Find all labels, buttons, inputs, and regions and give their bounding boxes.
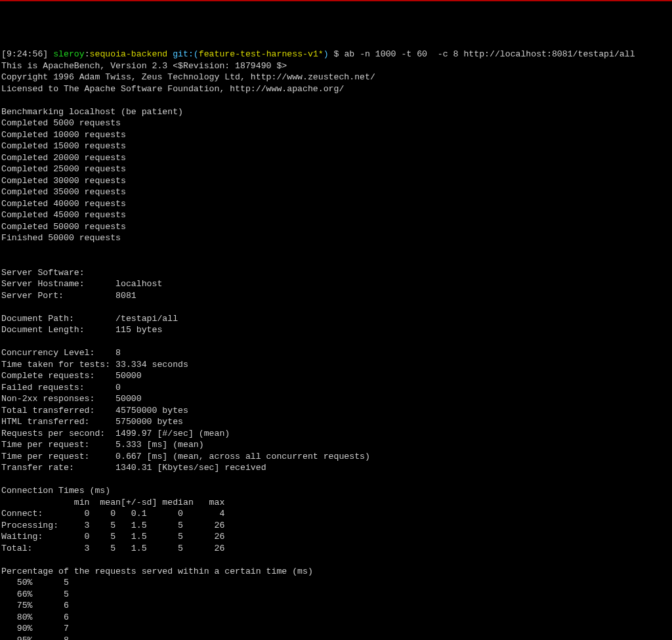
conn-rows: Connect: 0 0 0.1 0 4 Processing: 3 5 1.5… bbox=[1, 509, 224, 553]
pct-title: Percentage of the requests served within… bbox=[1, 566, 313, 576]
command-text: ab -n 1000 -t 60 -c 8 http://localhost:8… bbox=[344, 49, 635, 59]
git-branch: feature-test-harness-v1* bbox=[199, 49, 324, 59]
terminal-output[interactable]: [9:24:56] sleroy:sequoia-backend git:(fe… bbox=[0, 47, 672, 640]
intro-block: This is ApacheBench, Version 2.3 <$Revis… bbox=[1, 61, 375, 244]
conn-header: min mean[+/-sd] median max bbox=[1, 498, 224, 507]
prompt-user: sleroy bbox=[53, 49, 84, 59]
prompt-time: [9:24:56] bbox=[1, 49, 48, 59]
kv-block: Server Software: Server Hostname: localh… bbox=[1, 268, 370, 473]
prompt-host: sequoia-backend bbox=[90, 49, 168, 59]
pct-rows: 50% 5 66% 5 75% 6 80% 6 90% 7 95% 8 98% … bbox=[1, 578, 162, 640]
git-segment: git:( bbox=[173, 49, 199, 59]
conn-title: Connection Times (ms) bbox=[1, 486, 110, 496]
